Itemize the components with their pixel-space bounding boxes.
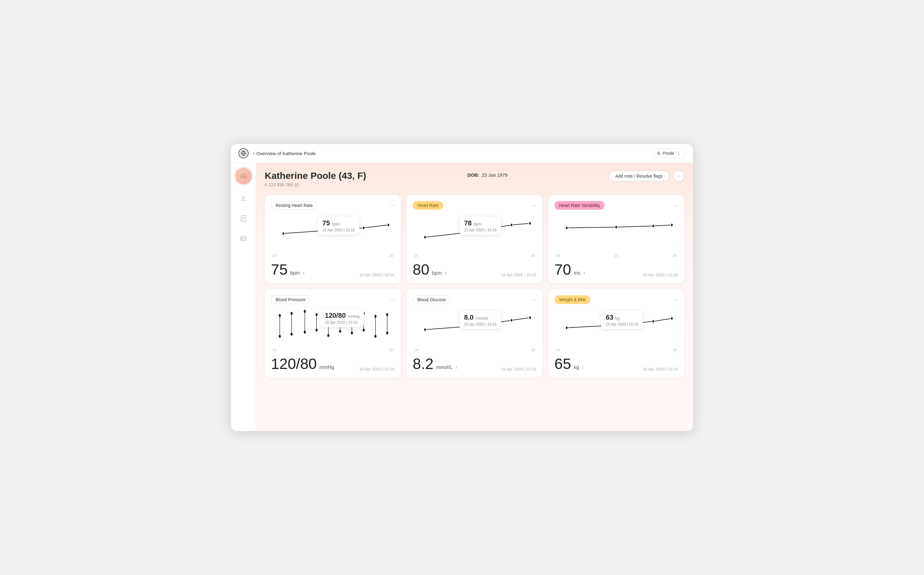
card-label-weight-bmi[interactable]: Weight & BMI (554, 295, 590, 304)
patient-meta: DOB: 23 Jun 1979 (467, 172, 508, 178)
metric-timestamp-blood-pressure: 18 Apr 2020 | 10:16 (359, 367, 395, 372)
chart-area-heart-rate-variability (554, 213, 678, 250)
user-more-icon: ⋮ (676, 151, 681, 156)
card-header: Heart Rate Variability ··· (554, 201, 678, 210)
chart-area-resting-heart-rate: 75 bpm 15 Apr 2020 | 10:16 (271, 213, 395, 250)
svg-point-18 (670, 223, 673, 227)
card-label-heart-rate-variability[interactable]: Heart Rate Variability (554, 201, 605, 210)
patient-dob: 23 Jun 1979 (482, 172, 508, 178)
chart-area-weight-bmi: 63 kg 15 Apr 2020 | 10:16 (554, 307, 678, 345)
chart-xaxis: 14 16 (554, 348, 678, 352)
sidebar-avatar[interactable] (235, 168, 252, 184)
svg-point-29 (316, 313, 318, 316)
card-menu-heart-rate[interactable]: ··· (532, 203, 536, 208)
metric-value-row-weight-bmi: 65 kg ↑ 18 Apr 2020 | 10:16 (554, 356, 678, 372)
top-bar: ‹ Overview of Katherine Poole K. Poole ⋮ (231, 144, 693, 163)
svg-point-15 (566, 226, 568, 230)
metric-arrow: ↑ (302, 271, 305, 276)
chart-area-blood-pressure: 120/80 mmHg 15 Apr 2020 | 10:16 (271, 307, 395, 345)
metric-value-row-blood-glucose: 8.2 mmol/L ↑ 18 Apr 2020 | 10:16 (413, 356, 536, 372)
chart-area-heart-rate: 78 bpm 15 Apr 2020 | 10:16 (413, 213, 536, 250)
metric-arrow: ↑ (455, 365, 457, 370)
content-area: Katherine Poole (43, F) # 123 456 789 10… (256, 163, 693, 431)
back-nav[interactable]: ‹ Overview of Katherine Poole (253, 151, 316, 156)
sidebar-icon-images[interactable] (238, 233, 249, 244)
metric-value-row-blood-pressure: 120/80 mmHg 18 Apr 2020 | 10:16 (271, 356, 395, 372)
card-header: Weight & BMI ··· (554, 295, 678, 304)
svg-point-16 (615, 226, 618, 229)
svg-point-48 (386, 332, 388, 334)
svg-point-45 (374, 335, 376, 338)
card-menu-weight-bmi[interactable]: ··· (673, 297, 678, 302)
metric-timestamp-blood-glucose: 18 Apr 2020 | 10:16 (501, 367, 536, 372)
chart-xaxis: 14 16 (271, 348, 395, 352)
svg-point-7 (282, 232, 285, 235)
svg-point-23 (291, 312, 293, 315)
svg-point-47 (386, 313, 388, 316)
metric-card-heart-rate-variability: Heart Rate Variability ··· 14 15 16 70 m… (548, 195, 684, 283)
top-bar-right: K. Poole ⋮ (653, 149, 686, 158)
patient-header: Katherine Poole (43, F) # 123 456 789 10… (265, 170, 684, 187)
card-label-blood-glucose[interactable]: Blood Glucose (413, 295, 451, 304)
top-bar-left: ‹ Overview of Katherine Poole (238, 148, 316, 158)
card-label-heart-rate[interactable]: Heart Rate (413, 201, 443, 210)
svg-point-10 (387, 223, 390, 227)
svg-point-13 (510, 223, 513, 227)
svg-point-53 (566, 326, 568, 330)
card-label-blood-pressure[interactable]: Blood Pressure (271, 295, 310, 304)
back-label: Overview of Katherine Poole (256, 151, 316, 156)
more-options-button[interactable]: ··· (673, 170, 684, 182)
add-note-button[interactable]: Add note / Resolve flags (609, 171, 669, 181)
metric-arrow: ↑ (583, 271, 585, 276)
card-header: Blood Glucose ··· (413, 295, 536, 304)
metric-timestamp-heart-rate-variability: 18 Apr 2020 | 10:16 (643, 273, 678, 277)
svg-point-26 (304, 310, 306, 313)
svg-point-51 (510, 319, 513, 322)
card-menu-blood-glucose[interactable]: ··· (532, 297, 536, 302)
card-menu-heart-rate-variability[interactable]: ··· (673, 203, 678, 208)
metric-value-row-heart-rate-variability: 70 ms ↑ 18 Apr 2020 | 10:16 (554, 262, 678, 277)
chart-area-blood-glucose: 8.0 mmol/L 15 Apr 2020 | 10:16 (413, 307, 536, 345)
patient-id: # 123 456 789 10 (265, 182, 366, 187)
svg-point-3 (242, 196, 245, 199)
metric-card-heart-rate: Heart Rate ··· 78 bpm 15 Apr 2020 | 10:1… (406, 195, 543, 283)
metric-arrow: ↑ (444, 271, 446, 276)
metric-big-value-resting-heart-rate: 75 bpm ↑ (271, 262, 305, 277)
metrics-grid: Resting Heart Rate ··· 75 bpm 15 Apr 202… (265, 195, 684, 378)
metric-timestamp-resting-heart-rate: 18 Apr 2020 | 10:16 (359, 273, 395, 277)
chart-xaxis: 14 16 (271, 254, 395, 258)
metric-arrow: ↑ (581, 365, 584, 370)
metric-value-row-resting-heart-rate: 75 bpm ↑ 18 Apr 2020 | 10:16 (271, 262, 395, 277)
svg-point-11 (424, 236, 426, 239)
svg-point-42 (363, 329, 365, 332)
svg-point-21 (279, 335, 281, 338)
svg-point-9 (362, 226, 365, 230)
chart-xaxis: 14 16 (413, 348, 536, 352)
svg-point-8 (319, 229, 322, 233)
card-menu-resting-heart-rate[interactable]: ··· (390, 203, 395, 208)
svg-point-30 (316, 329, 318, 332)
sidebar-icon-records[interactable] (238, 213, 249, 224)
svg-point-27 (304, 330, 306, 334)
chart-xaxis: 14 16 (413, 254, 536, 258)
svg-point-36 (339, 330, 341, 333)
patient-info: Katherine Poole (43, F) # 123 456 789 10 (265, 170, 366, 187)
svg-point-20 (279, 314, 281, 317)
svg-point-56 (670, 317, 673, 320)
svg-point-35 (339, 311, 341, 313)
back-chevron: ‹ (253, 151, 254, 156)
card-menu-blood-pressure[interactable]: ··· (390, 297, 395, 302)
svg-point-52 (529, 316, 531, 319)
card-header: Blood Pressure ··· (271, 295, 395, 304)
metric-big-value-heart-rate: 80 bpm ↑ (413, 262, 446, 277)
svg-point-6 (241, 238, 243, 238)
svg-point-24 (291, 333, 293, 335)
main-layout: Katherine Poole (43, F) # 123 456 789 10… (231, 163, 693, 431)
card-label-resting-heart-rate[interactable]: Resting Heart Rate (271, 201, 318, 210)
svg-point-39 (351, 332, 353, 334)
metric-big-value-heart-rate-variability: 70 ms ↑ (554, 262, 585, 277)
svg-point-50 (473, 324, 476, 328)
user-pill[interactable]: K. Poole ⋮ (653, 149, 686, 158)
dob-label: DOB: (467, 172, 479, 178)
sidebar-icon-profile[interactable] (238, 193, 249, 204)
